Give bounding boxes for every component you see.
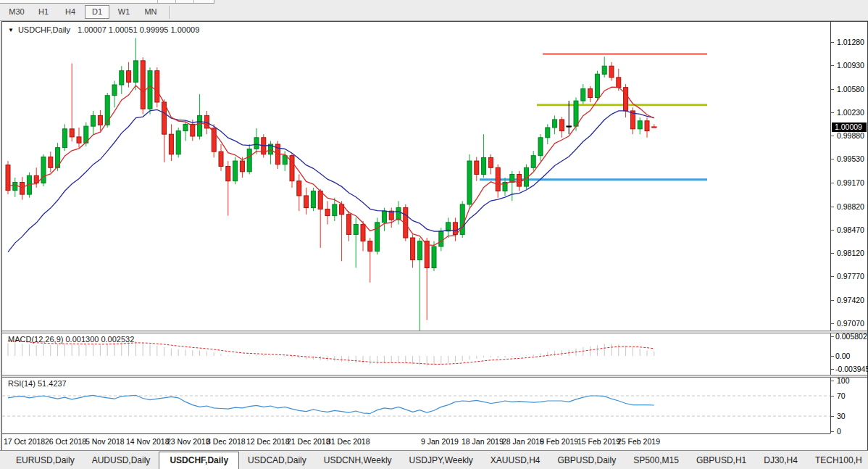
candle-body (13, 183, 17, 191)
rsi-axis-tick (831, 416, 834, 417)
date-axis-label: 5 Nov 2018 (85, 437, 125, 446)
price-axis-tick (831, 300, 834, 301)
candle-body (112, 85, 117, 96)
chart-frame: ▼USDCHF,Daily1.00007 1.00051 0.99995 1.0… (1, 21, 868, 451)
price-axis-label: 0.99530 (837, 154, 864, 163)
price-axis-tick (831, 207, 834, 207)
price-axis-tick (831, 65, 834, 66)
toolbar-tick (193, 0, 194, 3)
chart-symbol-label: USDCHF,Daily (18, 25, 70, 34)
candle-body (41, 157, 46, 183)
timeframe-button-h1[interactable]: H1 (31, 5, 56, 19)
rsi-axis-label: 30 (837, 412, 846, 420)
timeframe-button-d1[interactable]: D1 (85, 5, 109, 19)
candlestick-panel[interactable]: ▼USDCHF,Daily1.00007 1.00051 0.99995 1.0… (2, 22, 830, 331)
candle-body (247, 149, 251, 171)
macd-signal-line (8, 341, 654, 364)
timeframe-button-h4[interactable]: H4 (58, 5, 83, 19)
candle-body (333, 204, 337, 216)
candle-body (559, 120, 564, 131)
candle-body (346, 215, 351, 235)
date-axis-label: 31 Dec 2018 (327, 437, 370, 446)
price-axis-tick (831, 323, 834, 324)
date-axis[interactable]: 17 Oct 201826 Oct 20185 Nov 201814 Nov 2… (2, 433, 830, 450)
toolbar-tick (175, 0, 176, 3)
macd-axis-label: 0.00 (835, 352, 850, 360)
candle-body (638, 121, 642, 129)
chart-tab-sp500[interactable]: SP500,M15 (625, 452, 688, 469)
macd-panel[interactable]: MACD(12,26,9) 0.001300 0.002532 (2, 333, 830, 375)
date-axis-label: 6 Feb 2019 (540, 437, 578, 446)
price-axis-label: 0.97420 (837, 296, 864, 304)
price-axis-tick (831, 42, 834, 43)
date-axis-label: 3 Dec 2018 (206, 437, 246, 446)
date-axis-label: 17 Oct 2018 (4, 437, 45, 446)
candle-body (304, 196, 309, 208)
candle-body (98, 115, 102, 125)
chart-tab-tech100[interactable]: TECH100,H (806, 452, 868, 469)
price-axis-label: 0.98120 (837, 249, 864, 257)
chart-tab-usdcad[interactable]: USDCAD,Daily (239, 452, 315, 469)
chart-ohlc-values: 1.00007 1.00051 0.99995 1.00009 (78, 25, 199, 34)
timeframe-button-m30[interactable]: M30 (4, 5, 29, 19)
date-axis-label: 26 Oct 2018 (45, 437, 86, 446)
price-axis-tick (831, 159, 834, 159)
panel-splitter[interactable] (2, 375, 867, 378)
date-axis-label: 14 Nov 2018 (126, 437, 170, 446)
date-axis-label: 18 Jan 2019 (462, 437, 504, 446)
macd-label: MACD(12,26,9) 0.001300 0.002532 (8, 335, 134, 344)
chart-header: ▼USDCHF,Daily1.00007 1.00051 0.99995 1.0… (8, 25, 199, 34)
price-axis-label: 1.00230 (837, 108, 864, 117)
price-axis-tick (831, 253, 834, 254)
axis-divider (830, 22, 831, 433)
rsi-label: RSI(14) 51.4237 (8, 379, 67, 388)
price-axis-tick (831, 230, 834, 231)
candle-body (162, 102, 167, 134)
date-axis-label: 25 Feb 2019 (617, 437, 660, 446)
candle-body (155, 71, 159, 102)
date-axis-label: 28 Jan 2019 (502, 437, 544, 446)
chart-tab-usdchf[interactable]: USDCHF,Daily (159, 452, 239, 469)
chart-tab-bar: EURUSD,DailyAUDUSD,DailyUSDCHF,DailyUSDC… (0, 450, 868, 469)
candle-body (120, 71, 124, 85)
chart-tab-usdcnh[interactable]: USDCNH,Weekly (315, 452, 401, 469)
candle-body (574, 101, 578, 126)
chart-collapse-icon[interactable]: ▼ (8, 27, 14, 33)
candle-body (240, 161, 244, 172)
chart-tab-gbpusd[interactable]: GBPUSD,H1 (688, 452, 755, 469)
rsi-axis-tick (831, 431, 834, 432)
timeframe-button-w1[interactable]: W1 (112, 5, 136, 19)
date-axis-label: 15 Feb 2019 (577, 437, 620, 446)
chart-tab-usdjpy[interactable]: USDJPY,Weekly (401, 452, 482, 469)
panel-splitter[interactable] (2, 331, 867, 333)
timeframe-toolbar: M30H1H4D1W1MN (0, 4, 868, 21)
price-axis-label: 1.00930 (837, 61, 864, 70)
candle-body (609, 66, 614, 78)
chart-tab-audusd[interactable]: AUDUSD,Daily (83, 452, 159, 469)
candle-body (318, 191, 322, 209)
chart-tab-gbpusd[interactable]: GBPUSD,Daily (549, 452, 625, 469)
candle-body (361, 225, 365, 241)
date-axis-label: 12 Dec 2018 (246, 437, 290, 446)
trading-platform-window: M30H1H4D1W1MN ▼USDCHF,Daily1.00007 1.000… (0, 0, 868, 469)
chart-tab-eurusd[interactable]: EURUSD,Daily (7, 452, 83, 469)
candle-body (226, 166, 230, 180)
macd-axis-tick (831, 336, 834, 337)
price-axis-label: 0.97770 (837, 272, 864, 281)
macd-axis-tick (831, 356, 834, 357)
timeframe-button-mn[interactable]: MN (138, 5, 163, 19)
candle-body (595, 74, 599, 97)
candle-body (645, 121, 649, 131)
candle-body (531, 156, 535, 168)
rsi-axis-tick (831, 396, 834, 397)
candle-body (176, 131, 180, 154)
candle-body (375, 223, 380, 252)
chart-tab-xauusd[interactable]: XAUUSD,H4 (482, 452, 549, 469)
price-axis-label: 0.99170 (837, 178, 864, 187)
chart-tab-dj30[interactable]: DJ30,H4 (755, 452, 806, 469)
candle-body (20, 183, 25, 195)
candle-body (453, 223, 457, 235)
candle-body (6, 165, 10, 191)
rsi-panel[interactable]: RSI(14) 51.4237 (2, 378, 830, 433)
price-axis[interactable]: 1.012801.009301.005801.002300.998800.995… (831, 22, 867, 433)
